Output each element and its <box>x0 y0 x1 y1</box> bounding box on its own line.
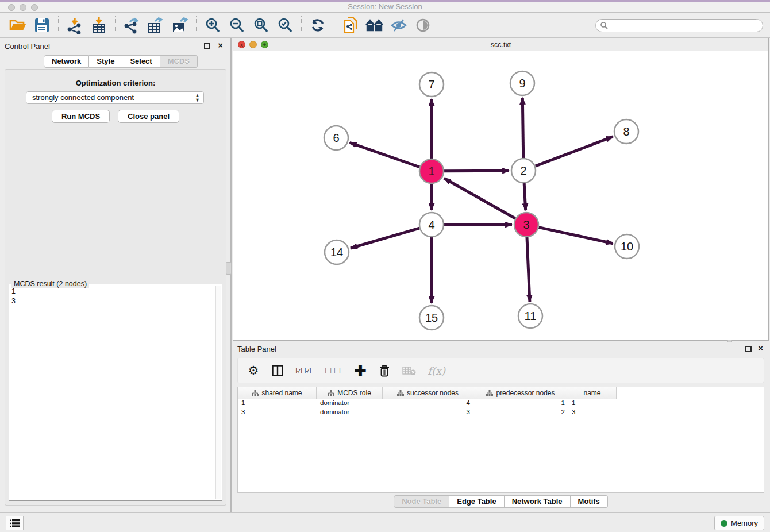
graph-node-3[interactable]: 3 <box>514 213 538 237</box>
graph-node-1[interactable]: 1 <box>419 159 444 183</box>
tab-network[interactable]: Network <box>44 55 89 68</box>
eye-icon[interactable] <box>411 14 435 36</box>
hierarchy-icon <box>328 390 334 396</box>
export-network-icon[interactable] <box>120 14 144 36</box>
criterion-select[interactable]: strongly connected component ▲▼ <box>26 91 204 104</box>
svg-text:3: 3 <box>523 218 529 231</box>
tab-edge-table[interactable]: Edge Table <box>449 495 504 508</box>
close-table-panel-icon[interactable]: × <box>758 343 763 353</box>
zoom-out-icon[interactable] <box>225 14 249 36</box>
criterion-value: strongly connected component <box>32 93 134 102</box>
close-panel-button[interactable]: Close panel <box>118 110 179 123</box>
graph-node-14[interactable]: 14 <box>325 240 349 264</box>
cell-shared-name: 1 <box>238 399 317 408</box>
graph-node-8[interactable]: 8 <box>614 119 638 144</box>
float-panel-icon[interactable] <box>204 43 210 49</box>
close-panel-icon[interactable]: × <box>218 40 223 50</box>
zoom-in-icon[interactable] <box>201 14 225 36</box>
open-folder-icon[interactable] <box>6 14 30 36</box>
graph-edge-4-14[interactable] <box>351 228 419 248</box>
app-title: Session: New Session <box>0 2 770 11</box>
network-graph[interactable]: 7968124314101511 <box>233 51 768 340</box>
tab-mcds[interactable]: MCDS <box>160 55 198 68</box>
column-header-mcds-role[interactable]: MCDS role <box>317 387 383 399</box>
column-header-name[interactable]: name <box>568 387 617 399</box>
run-mcds-button[interactable]: Run MCDS <box>52 110 110 123</box>
graph-edge-2-8[interactable] <box>536 137 613 166</box>
hierarchy-icon <box>252 390 259 396</box>
list-menu-button[interactable] <box>6 516 24 530</box>
network-file-share-icon[interactable] <box>338 14 363 36</box>
search-input[interactable] <box>595 19 763 32</box>
function-fx-icon: f(x) <box>428 365 445 377</box>
graph-node-4[interactable]: 4 <box>419 213 444 237</box>
zoom-fit-icon[interactable] <box>249 14 273 36</box>
svg-text:1: 1 <box>428 165 434 178</box>
add-icon[interactable]: ✚ <box>354 365 367 376</box>
mcds-result-groupbox: MCDS result (2 nodes) 1 3 <box>9 284 222 501</box>
graph-node-11[interactable]: 11 <box>518 304 542 328</box>
trash-icon[interactable] <box>378 365 391 377</box>
tab-network-table[interactable]: Network Table <box>505 495 571 508</box>
deselect-checkboxes-icon[interactable]: ☐☐ <box>325 366 342 375</box>
table-panel: Table Panel × ⚙ ☑☑ ☐☐ ✚ f(x) <box>233 342 769 511</box>
main-toolbar <box>0 13 770 38</box>
graph-edge-3-1[interactable] <box>444 178 515 218</box>
graph-edge-3-11[interactable] <box>527 237 530 302</box>
graph-edge-1-6[interactable] <box>350 142 420 167</box>
graph-edge-1-2[interactable] <box>444 171 509 171</box>
table-row[interactable]: 3 dominator 3 2 3 <box>238 408 764 418</box>
hierarchy-icon <box>397 390 404 396</box>
result-scrollbar[interactable] <box>215 286 221 499</box>
svg-text:11: 11 <box>525 310 537 322</box>
column-header-successor-nodes[interactable]: successor nodes <box>383 387 473 399</box>
memory-button[interactable]: Memory <box>714 516 764 530</box>
cell-successor-nodes: 4 <box>383 399 473 408</box>
tab-node-table[interactable]: Node Table <box>394 495 449 508</box>
graph-edge-2-9[interactable] <box>522 98 523 158</box>
zoom-selected-icon[interactable] <box>273 14 297 36</box>
tab-style[interactable]: Style <box>89 55 122 68</box>
refresh-icon[interactable] <box>306 14 330 36</box>
eye-slash-icon[interactable] <box>387 14 411 36</box>
panel-divider <box>230 38 232 512</box>
table-panel-header: Table Panel × <box>233 342 769 357</box>
svg-text:4: 4 <box>428 218 434 231</box>
table-header-row: shared name MCDS role successor nodes pr… <box>238 387 764 399</box>
columns-icon[interactable] <box>271 365 284 376</box>
houses-icon[interactable] <box>363 14 387 36</box>
select-all-checkboxes-icon[interactable]: ☑☑ <box>295 366 313 375</box>
graph-node-2[interactable]: 2 <box>511 159 536 183</box>
column-header-shared-name[interactable]: shared name <box>238 387 317 399</box>
memory-status-icon <box>721 520 727 527</box>
export-image-icon[interactable] <box>168 14 192 36</box>
network-window-titlebar: x – + scc.txt <box>233 38 768 51</box>
control-panel: Control Panel × Network Style Select MCD… <box>0 39 230 507</box>
column-header-predecessor-nodes[interactable]: predecessor nodes <box>473 387 568 399</box>
graph-node-10[interactable]: 10 <box>615 234 639 259</box>
graph-edge-2-3[interactable] <box>524 183 526 210</box>
toolbar-separator <box>115 16 116 34</box>
hierarchy-icon <box>486 390 493 396</box>
svg-text:15: 15 <box>425 311 438 324</box>
graph-node-6[interactable]: 6 <box>324 126 348 150</box>
graph-node-7[interactable]: 7 <box>419 72 444 97</box>
tab-select[interactable]: Select <box>122 55 160 68</box>
table-panel-title: Table Panel <box>237 345 276 353</box>
workspace: Control Panel × Network Style Select MCD… <box>0 38 770 512</box>
graph-node-15[interactable]: 15 <box>419 306 444 330</box>
window-top-accent <box>0 0 770 2</box>
mcds-result-list[interactable]: 1 3 <box>11 286 215 499</box>
control-panel-header: Control Panel × <box>0 39 230 54</box>
node-table: shared name MCDS role successor nodes pr… <box>237 387 764 493</box>
import-network-icon[interactable] <box>63 14 87 36</box>
import-table-icon[interactable] <box>87 14 111 36</box>
save-floppy-icon[interactable] <box>30 14 54 36</box>
graph-edge-3-10[interactable] <box>538 228 613 244</box>
graph-node-9[interactable]: 9 <box>510 71 534 95</box>
export-table-icon[interactable] <box>144 14 168 36</box>
table-row[interactable]: 1 dominator 4 1 1 <box>238 399 764 408</box>
float-table-panel-icon[interactable] <box>745 346 752 352</box>
gear-icon[interactable]: ⚙ <box>247 364 260 377</box>
tab-motifs[interactable]: Motifs <box>571 495 608 508</box>
